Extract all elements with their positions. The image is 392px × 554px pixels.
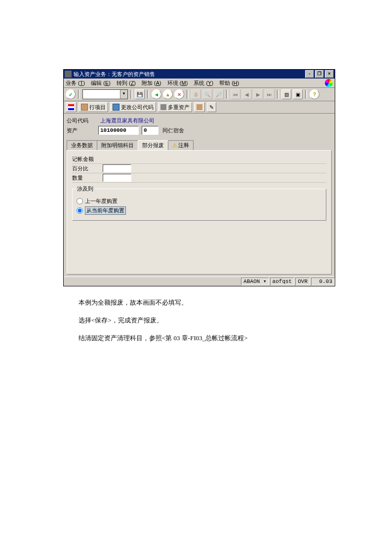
posting-amount-label: 记帐金额 <box>72 156 103 163</box>
tab-partial-retirement[interactable]: 部分报废 <box>138 140 168 150</box>
app-btn-lineitem[interactable]: 行项目 <box>78 102 108 112</box>
company-name: 上海震旦家具有限公司 <box>100 117 155 124</box>
cube-icon <box>81 104 88 111</box>
next-page-button[interactable]: ▶ <box>253 89 263 99</box>
multi-icon <box>160 104 166 110</box>
window-title: 输入资产业务：无客户的资产销售 <box>74 71 304 78</box>
quantity-label: 数量 <box>72 174 103 182</box>
save-button[interactable]: 💾 <box>135 89 145 99</box>
multi-asset-label: 多重资产 <box>168 104 190 111</box>
menu-edit[interactable]: 编辑 (E) <box>91 79 111 87</box>
radio-current-year[interactable] <box>77 207 83 214</box>
toolbar-separator <box>187 90 189 99</box>
change-company-label: 更改公司代码 <box>121 104 154 111</box>
restore-button[interactable]: ❐ <box>315 70 324 78</box>
app-icon <box>65 71 72 78</box>
app-btn-change-company[interactable]: 更改公司代码 <box>110 102 156 112</box>
asset-number-field[interactable]: 10100000 <box>98 126 139 135</box>
enter-button[interactable]: ✓ <box>66 89 76 99</box>
menu-business[interactable]: 业务 (T) <box>66 79 85 87</box>
tab-business-data[interactable]: 业务数据 <box>67 140 97 150</box>
percent-label: 百分比 <box>72 165 103 172</box>
flag-icon <box>68 104 74 110</box>
menu-extras[interactable]: 附加 (A) <box>142 79 161 87</box>
find-button[interactable]: 🔍 <box>202 89 212 99</box>
asset-description: 同仁宿舍 <box>162 127 184 134</box>
status-time: 0.03 <box>311 277 335 285</box>
book-icon <box>196 104 202 110</box>
toolbar-separator <box>226 90 228 99</box>
app-btn-flag[interactable] <box>66 102 77 112</box>
grid-icon <box>113 104 119 111</box>
menu-goto[interactable]: 转到 (Z) <box>117 79 136 87</box>
line-item-label: 行项目 <box>89 104 106 111</box>
toolbar-separator <box>277 90 279 99</box>
tabstrip: 业务数据 附加明细科目 部分报废 ⚠注释 <box>67 140 332 150</box>
shortcut-button[interactable]: ▣ <box>293 89 303 99</box>
status-ovr: OVR <box>295 277 310 285</box>
toolbar-separator <box>147 90 149 99</box>
group-title: 涉及到 <box>76 185 95 193</box>
new-session-button[interactable]: ▧ <box>281 89 291 99</box>
toolbar-separator <box>305 90 307 99</box>
radio-prior-year[interactable] <box>77 198 83 204</box>
chevron-down-icon[interactable]: ▼ <box>120 90 127 99</box>
tab-panel: 记帐金额 百分比 数量 涉及到 上一年度购置 <box>67 150 332 275</box>
sap-logo-icon <box>325 79 333 87</box>
menubar: 业务 (T) 编辑 (E) 转到 (Z) 附加 (A) 环境 (M) 系统 (Y… <box>64 79 335 88</box>
standard-toolbar: ✓ ▼ 💾 ◄ ▲ ✕ ⎙ 🔍 🔎 ⏮ ◀ ▶ ⏭ ▧ ▣ ? <box>64 88 335 101</box>
tab-notes[interactable]: ⚠注释 <box>168 140 194 150</box>
statusbar: ABAON ▾ aofqst OVR 0.03 <box>64 277 335 286</box>
workarea: 公司代码 上海震旦家具有限公司 资产 10100000 0 同仁宿舍 业务数据 … <box>64 114 335 277</box>
back-button[interactable]: ◄ <box>152 89 161 99</box>
asset-subnumber-field[interactable]: 0 <box>142 126 158 135</box>
status-system: aofqst <box>270 277 295 285</box>
tab-additional-accounts[interactable]: 附加明细科目 <box>97 140 138 150</box>
related-to-group: 涉及到 上一年度购置 从当前年度购置 <box>72 189 326 221</box>
app-toolbar: 行项目 更改公司代码 多重资产 ✎ <box>64 101 335 114</box>
minimize-button[interactable]: - <box>305 70 314 78</box>
app-btn-multi-asset[interactable]: 多重资产 <box>158 102 192 112</box>
exit-button[interactable]: ▲ <box>163 89 173 99</box>
menu-help[interactable]: 帮助 (H) <box>219 79 239 87</box>
cancel-button[interactable]: ✕ <box>174 89 184 99</box>
radio-prior-year-label: 上一年度购置 <box>85 198 118 205</box>
doc-paragraph-2: 选择<保存>，完成资产报废。 <box>78 314 329 327</box>
warning-icon: ⚠ <box>172 142 177 148</box>
menu-environment[interactable]: 环境 (M) <box>167 79 188 87</box>
print-button[interactable]: ⎙ <box>191 89 201 99</box>
company-code-label: 公司代码 <box>67 117 98 124</box>
doc-paragraph-1: 本例为全额报废，故本画面不必填写。 <box>78 296 329 309</box>
quantity-field[interactable] <box>103 174 131 182</box>
app-btn-extra[interactable]: ✎ <box>207 102 216 112</box>
status-tcode: ABAON ▾ <box>241 277 269 285</box>
titlebar: 输入资产业务：无客户的资产销售 - ❐ × <box>64 70 335 79</box>
percent-field[interactable] <box>103 164 131 172</box>
close-button[interactable]: × <box>325 70 334 78</box>
first-page-button[interactable]: ⏮ <box>231 89 240 99</box>
radio-current-year-label: 从当前年度购置 <box>85 206 126 215</box>
sap-window: 输入资产业务：无客户的资产销售 - ❐ × 业务 (T) 编辑 (E) 转到 (… <box>63 69 335 286</box>
doc-paragraph-3: 结清固定资产清理科目，参照<第 03 章-FI03_总帐过帐流程> <box>78 332 329 345</box>
find-next-button[interactable]: 🔎 <box>214 89 224 99</box>
prev-page-button[interactable]: ◀ <box>242 89 252 99</box>
last-page-button[interactable]: ⏭ <box>265 89 274 99</box>
toolbar-separator <box>130 90 132 99</box>
help-button[interactable]: ? <box>310 89 319 99</box>
command-field[interactable]: ▼ <box>82 89 128 99</box>
asset-label: 资产 <box>67 127 98 134</box>
menu-system[interactable]: 系统 (Y) <box>194 79 213 87</box>
document-text: 本例为全额报废，故本画面不必填写。 选择<保存>，完成资产报废。 结清固定资产清… <box>78 296 329 345</box>
app-btn-book[interactable] <box>194 102 205 112</box>
toolbar-separator <box>78 90 80 99</box>
